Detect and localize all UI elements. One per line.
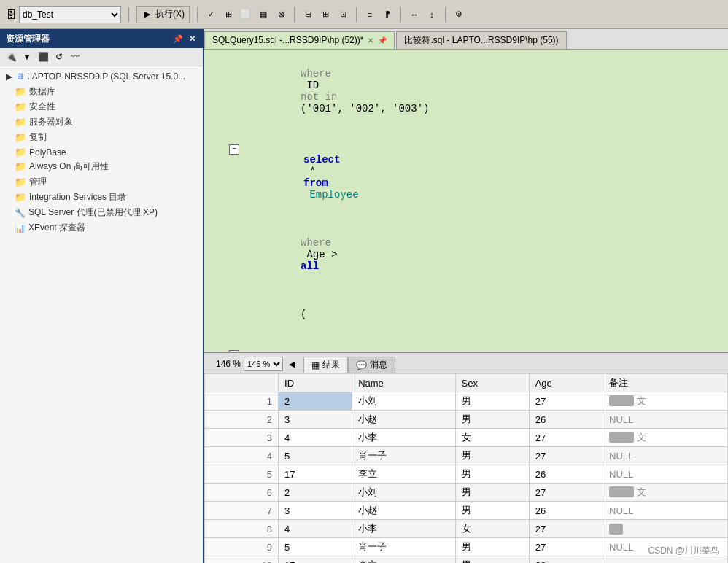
sidebar-title: 资源管理器 [6, 33, 50, 45]
sidebar-item-databases[interactable]: 📁 数据库 [0, 84, 203, 99]
lines-icon[interactable]: ≡ [364, 9, 376, 20]
results-area: 146 % 146 % ◀ ▦ 结果 💬 消息 [204, 352, 728, 563]
dot-grid-icon[interactable]: ⊡ [337, 9, 349, 20]
editor-area[interactable]: where ID not in ('001', '002', '003') − [204, 50, 728, 352]
connect-icon[interactable]: 🔌 [4, 50, 18, 63]
zoom-control: 146 % 146 % ◀ [210, 355, 303, 373]
tab-compare[interactable]: 比较符.sql - LAPTO...RSSD9IP\hp (55)) [396, 31, 566, 49]
from-kw-1: from [303, 177, 328, 189]
arrow-lr-icon[interactable]: ↔ [408, 9, 420, 20]
cell-sex: 男 [455, 411, 529, 429]
code-line-select2: − select Age from Employee [204, 347, 728, 352]
table-row[interactable]: 12小刘男27文字 文 [205, 392, 728, 411]
zoom-select[interactable]: 146 % [244, 357, 283, 371]
cell-rownum: 1 [205, 392, 279, 411]
scroll-left-btn[interactable]: ◀ [286, 360, 298, 369]
cell-age: 26 [529, 411, 603, 429]
cell-note: ... [603, 520, 728, 538]
employee-text-1: Employee [303, 189, 359, 201]
tab-sqlquery15[interactable]: SQLQuery15.sql -...RSSD9IP\hp (52))* ✕ 📌 [204, 31, 395, 49]
plus-grid-icon[interactable]: ⊞ [320, 9, 331, 20]
pin-icon[interactable]: 📌 [171, 34, 185, 44]
cell-id: 5 [279, 447, 352, 465]
table-row[interactable]: 34小李女27文字 文 [205, 429, 728, 447]
cell-name: 小李 [352, 429, 455, 447]
sidebar-item-management[interactable]: 📁 管理 [0, 174, 203, 190]
sidebar-item-polybase[interactable]: 📁 PolyBase [0, 145, 203, 159]
collapse-btn-1[interactable]: − [229, 144, 239, 155]
server-label: LAPTOP-NRSSD9IP (SQL Server 15.0... [27, 71, 185, 82]
table-row[interactable]: 95肖一子男27NULL [205, 538, 728, 556]
minus-grid-icon[interactable]: ⊟ [302, 9, 314, 20]
grid-icon[interactable]: ⊞ [222, 9, 234, 20]
table-row[interactable]: 62小刘男27文字 文 [205, 484, 728, 502]
sidebar-item-replication[interactable]: 📁 复制 [0, 130, 203, 145]
server-objects-label: 服务器对象 [29, 116, 73, 128]
filter-icon[interactable]: ▼ [20, 50, 34, 63]
xgrid-icon[interactable]: ⊠ [275, 9, 287, 20]
divider-2 [197, 7, 198, 22]
cell-name: 肖一子 [352, 538, 455, 556]
collapse-btn-2[interactable]: − [229, 350, 239, 352]
results-tab-messages[interactable]: 💬 消息 [348, 357, 395, 373]
divider-3 [294, 7, 295, 22]
sidebar-item-xevent[interactable]: 📊 XEvent 探查器 [0, 220, 203, 236]
cell-note: 文字 文 [603, 429, 728, 447]
results-table-container[interactable]: ID Name Sex Age 备注 12小刘男27文字 文23小赵男26NUL… [204, 373, 728, 563]
sidebar-item-integration-services[interactable]: 📁 Integration Services 目录 [0, 190, 203, 205]
cell-rownum: 2 [205, 411, 279, 429]
db-select[interactable]: db_Test [19, 6, 121, 23]
table-row[interactable]: 45肖一子男27NULL [205, 447, 728, 465]
sidebar-item-server-objects[interactable]: 📁 服务器对象 [0, 114, 203, 130]
cell-rownum: 10 [205, 556, 279, 564]
col-age: Age [529, 374, 603, 392]
xevent-icon: 📊 [15, 223, 26, 233]
table-icon[interactable]: ▦ [257, 9, 269, 20]
cell-id: 2 [279, 392, 352, 411]
tab-sqlquery15-close[interactable]: ✕ [366, 36, 375, 44]
msg-icon: 💬 [356, 360, 367, 370]
table-row[interactable]: 73小赵男26NULL [205, 502, 728, 520]
stats-icon[interactable]: 〰 [69, 50, 82, 63]
sidebar-item-sql-agent[interactable]: 🔧 SQL Server 代理(已禁用代理 XP) [0, 205, 203, 220]
sidebar-item-security[interactable]: 📁 安全性 [0, 99, 203, 114]
cell-age: 26 [529, 556, 603, 564]
results-tab-results[interactable]: ▦ 结果 [303, 357, 348, 373]
check-icon[interactable]: ✓ [205, 9, 217, 20]
cell-name: 小刘 [352, 392, 455, 411]
refresh-icon[interactable]: ↺ [53, 50, 66, 63]
line-content-s2: select Age from Employee [242, 348, 728, 352]
sidebar-item-always-on[interactable]: 📁 Always On 高可用性 [0, 159, 203, 174]
table-header-row: ID Name Sex Age 备注 [205, 374, 728, 392]
replication-label: 复制 [29, 131, 47, 144]
tab-bar: SQLQuery15.sql -...RSSD9IP\hp (52))* ✕ 📌… [204, 29, 728, 50]
funnel-icon[interactable]: ⬛ [36, 50, 50, 63]
arrow-ud-icon[interactable]: ↕ [426, 9, 438, 20]
id-text: ID [301, 79, 325, 91]
code-line-paren1: ( [204, 284, 728, 333]
pin-small-icon[interactable]: 📌 [378, 36, 387, 44]
sidebar-header-buttons: 📌 ✕ [171, 34, 197, 44]
execute-button[interactable]: ▶ 执行(X) [136, 6, 190, 23]
age-gt-text: Age > [301, 249, 344, 260]
execute-label: 执行(X) [155, 8, 185, 20]
server-db-icon: 🖥 [15, 71, 24, 82]
table-row[interactable]: 1017李立男26 [205, 556, 728, 564]
col-rownum [205, 374, 279, 392]
table-row[interactable]: 84小李女27... [205, 520, 728, 538]
gear-icon[interactable]: ⚙ [453, 9, 465, 20]
grid-result-icon: ▦ [311, 360, 320, 370]
table-row[interactable]: 23小赵男26NULL [205, 411, 728, 429]
cell-sex: 男 [455, 556, 529, 564]
para-icon[interactable]: ⁋ [382, 9, 393, 20]
table-row[interactable]: 517李立男26NULL [205, 465, 728, 484]
always-on-label: Always On 高可用性 [29, 160, 109, 173]
cell-name: 李立 [352, 556, 455, 564]
rect-icon[interactable]: ⬜ [240, 9, 252, 20]
sidebar-server[interactable]: ▶ 🖥 LAPTOP-NRSSD9IP (SQL Server 15.0... [0, 69, 203, 84]
close-icon[interactable]: ✕ [187, 34, 197, 44]
cell-name: 肖一子 [352, 447, 455, 465]
cell-sex: 女 [455, 429, 529, 447]
server-expand-icon: ▶ [6, 71, 12, 82]
db-icon: 🗄 [6, 9, 16, 20]
